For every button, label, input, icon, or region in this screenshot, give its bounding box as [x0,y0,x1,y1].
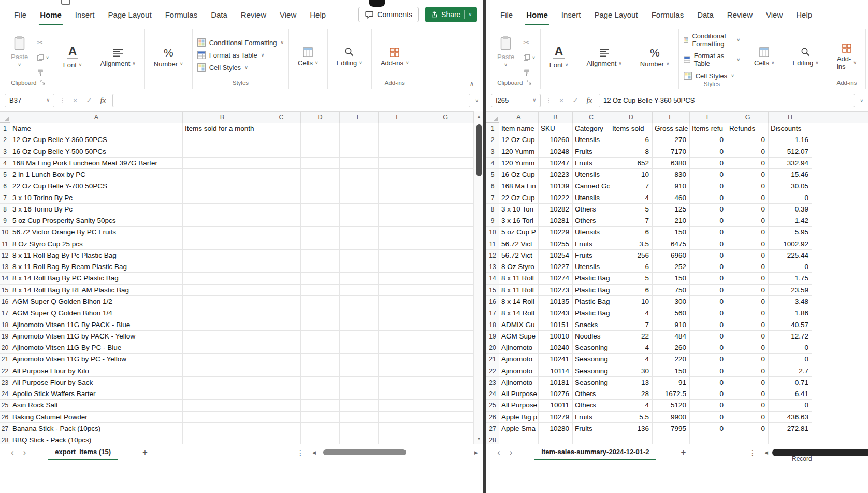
cell-G2[interactable]: 0 [727,134,769,146]
ribbon-tab-view[interactable]: View [759,0,789,29]
cell-C25[interactable]: Others [573,400,610,411]
cell-B1[interactable]: SKU [539,123,573,134]
cell-C18[interactable]: Snacks [573,319,610,331]
cell-D6[interactable]: 7 [610,180,653,192]
cell-D9[interactable] [301,215,340,227]
sheet-nav-prev-icon[interactable]: ‹ [6,447,19,458]
cell-B4[interactable]: 10247 [539,158,573,169]
row-header-13[interactable]: 13 [0,261,10,273]
cell-G19[interactable]: 0 [727,331,769,342]
cell-G20[interactable]: 0 [727,342,769,354]
cell-G10[interactable] [417,227,474,238]
cell-H2[interactable]: 1.16 [769,134,812,146]
cell-F25[interactable]: 0 [690,400,727,411]
cell-E9[interactable]: 210 [653,215,690,227]
cell-C6[interactable] [262,180,301,192]
cell-F19[interactable] [379,331,417,342]
row-header-20[interactable]: 20 [0,342,10,354]
cell-E12[interactable] [340,250,379,261]
paste-button[interactable]: Paste ∨ [7,32,32,67]
cell-D22[interactable]: 30 [610,365,653,377]
cell-A15[interactable]: 8 x 11 Roll [499,285,539,296]
row-header-27[interactable]: 27 [0,423,10,434]
cell-A11[interactable]: 56.72 Vict [499,238,539,250]
cell-B12[interactable] [183,250,262,261]
cell-D21[interactable]: 4 [610,354,653,365]
cell-C1[interactable]: Category [573,123,610,134]
cell-H8[interactable]: 0.39 [769,204,812,215]
cell-H12[interactable]: 225.44 [769,250,812,261]
cell-F24[interactable]: 0 [690,388,727,400]
ribbon-tab-formulas[interactable]: Formulas [645,0,691,29]
cell-G19[interactable] [417,331,474,342]
cell-H16[interactable]: 3.48 [769,296,812,307]
cell-A3[interactable]: 120 Yumm [499,146,539,158]
cell-C12[interactable] [262,250,301,261]
cell-A27[interactable]: Banana Stick - Pack (10pcs) [10,423,183,434]
cell-C5[interactable]: Utensils [573,169,610,180]
cancel-icon[interactable]: × [70,96,80,104]
ribbon-tab-insert[interactable]: Insert [555,0,588,29]
ribbon-tab-help[interactable]: Help [789,0,819,29]
cell-H3[interactable]: 512.07 [769,146,812,158]
format-as-table-button[interactable]: Format as Table ∨ [197,51,284,59]
cell-D5[interactable]: 10 [610,169,653,180]
column-header-B[interactable]: B [539,112,573,123]
insert-function-icon[interactable]: fx [98,96,108,105]
cell-H19[interactable]: 12.72 [769,331,812,342]
cell-F11[interactable] [379,238,417,250]
select-all-corner[interactable] [486,112,499,123]
cell-E1[interactable]: Gross sale [653,123,690,134]
cell-C23[interactable] [262,377,301,388]
cell-E3[interactable] [340,146,379,158]
conditional-formatting-button[interactable]: Conditional Formatting ∨ [684,32,740,48]
cell-C28[interactable] [262,434,301,444]
cell-C10[interactable] [262,227,301,238]
cell-A18[interactable]: ADMIX Gu [499,319,539,331]
row-header-28[interactable]: 28 [0,434,10,444]
cell-D9[interactable]: 7 [610,215,653,227]
cell-G8[interactable] [417,204,474,215]
cell-A21[interactable]: Ajinomoto Vitsen 11G by PC - Yellow [10,354,183,365]
cell-A6[interactable]: 168 Ma Lin [499,180,539,192]
cell-D8[interactable]: 5 [610,204,653,215]
collapse-ribbon-icon[interactable]: ∧ [470,80,474,87]
cell-B5[interactable]: 10223 [539,169,573,180]
cell-B16[interactable]: 10135 [539,296,573,307]
cell-B14[interactable] [183,273,262,284]
cell-C24[interactable]: Others [573,388,610,400]
cell-B25[interactable] [183,400,262,411]
row-header-16[interactable]: 16 [0,296,10,307]
cell-G21[interactable] [417,354,474,365]
cell-F13[interactable] [379,261,417,273]
addins-button[interactable]: Add-ins∨ [833,39,861,71]
cell-B22[interactable] [183,365,262,377]
scroll-right-icon[interactable]: ▶ [471,450,481,455]
cell-E7[interactable]: 460 [653,192,690,204]
cell-A9[interactable]: 5 oz Cup Prosperity Sanity 50pcs [10,215,183,227]
cell-F13[interactable]: 0 [690,261,727,273]
cell-G14[interactable] [417,273,474,284]
cell-D23[interactable]: 13 [610,377,653,388]
cell-G26[interactable] [417,412,474,423]
cell-C21[interactable] [262,354,301,365]
cell-A19[interactable]: Ajinomoto Vitsen 11G by PACK - Yellow [10,331,183,342]
row-header-12[interactable]: 12 [486,250,499,261]
cell-G9[interactable] [417,215,474,227]
cell-C11[interactable]: Fruits [573,238,610,250]
cell-B27[interactable]: 10280 [539,423,573,434]
cell-A14[interactable]: 8 x 14 Roll Bag By PC Plastic Bag [10,273,183,284]
cell-F8[interactable]: 0 [690,204,727,215]
format-painter-button[interactable] [37,67,49,78]
cell-D19[interactable]: 22 [610,331,653,342]
cell-F15[interactable] [379,285,417,296]
cell-E22[interactable] [340,365,379,377]
row-header-10[interactable]: 10 [0,227,10,238]
row-header-15[interactable]: 15 [486,285,499,296]
cell-D8[interactable] [301,204,340,215]
cell-C7[interactable] [262,192,301,204]
cell-B28[interactable] [539,434,573,444]
cell-G24[interactable]: 0 [727,388,769,400]
cell-B8[interactable]: 10282 [539,204,573,215]
cell-E22[interactable]: 150 [653,365,690,377]
